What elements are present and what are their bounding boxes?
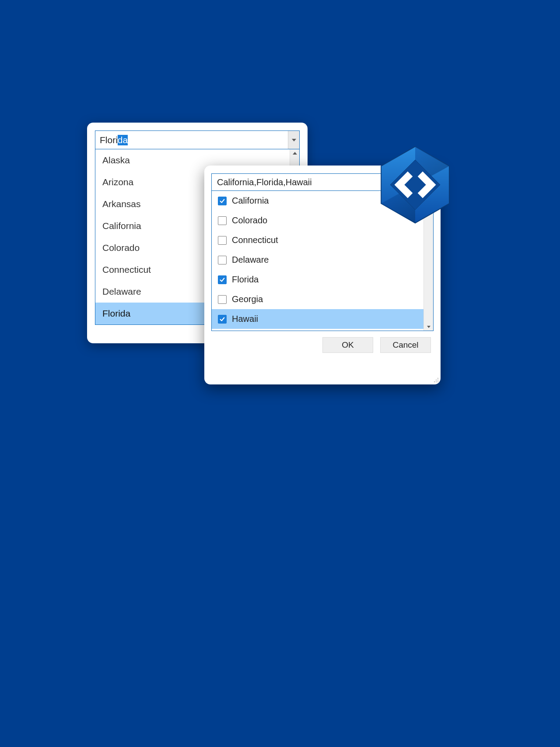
list-item-label: Arizona	[102, 177, 133, 187]
checkbox[interactable]	[218, 315, 227, 324]
list-item[interactable]: Connecticut	[212, 230, 424, 250]
list-item-label: Colorado	[102, 243, 140, 253]
list-item-label: Delaware	[232, 255, 269, 265]
scroll-up-icon	[293, 152, 297, 155]
chevron-down-icon	[292, 139, 296, 141]
svg-point-1	[436, 380, 437, 381]
multiselect-display-text: California,Florida,Hawaii	[217, 177, 312, 187]
autocomplete-input[interactable]: Florida	[95, 131, 288, 149]
list-item-label: Florida	[232, 275, 259, 285]
brand-logo-icon	[374, 143, 457, 226]
ok-button-label: OK	[342, 340, 354, 350]
dialog-button-row: OK Cancel	[211, 331, 434, 355]
cancel-button-label: Cancel	[392, 340, 418, 350]
list-item[interactable]: Delaware	[212, 250, 424, 270]
autocomplete-combobox[interactable]: Florida	[95, 130, 300, 149]
list-item-label: Arkansas	[102, 199, 141, 209]
ok-button[interactable]: OK	[322, 337, 373, 353]
chevron-down-icon	[427, 326, 430, 328]
checkbox[interactable]	[218, 197, 227, 205]
list-item-label: Connecticut	[102, 264, 151, 275]
list-item-label: California	[232, 196, 269, 206]
list-item-label: Florida	[102, 308, 130, 318]
svg-point-0	[438, 378, 438, 379]
resize-grip-icon[interactable]	[433, 377, 439, 383]
svg-point-3	[434, 381, 435, 382]
list-item-label: California	[102, 221, 141, 231]
cancel-button[interactable]: Cancel	[380, 337, 431, 353]
svg-point-2	[438, 380, 438, 381]
list-item-label: Delaware	[102, 286, 141, 296]
autocomplete-suggested-text: da	[118, 135, 128, 145]
list-item[interactable]: Georgia	[212, 289, 424, 309]
autocomplete-typed-text: Flori	[100, 135, 118, 145]
list-item-label: Hawaii	[232, 314, 258, 324]
checkbox[interactable]	[218, 256, 227, 264]
list-item-label: Connecticut	[232, 235, 278, 245]
list-item-label: Georgia	[232, 294, 263, 304]
dropdown-toggle-button[interactable]	[288, 131, 299, 149]
checkbox[interactable]	[218, 236, 227, 245]
list-item-label: Alaska	[102, 155, 130, 165]
checkbox[interactable]	[218, 295, 227, 304]
checkbox[interactable]	[218, 275, 227, 284]
svg-point-5	[438, 381, 438, 382]
list-item[interactable]: Florida	[212, 270, 424, 289]
checkbox[interactable]	[218, 216, 227, 225]
list-item-label: Colorado	[232, 215, 267, 226]
list-item[interactable]: Hawaii	[212, 309, 424, 329]
svg-point-4	[436, 381, 437, 382]
